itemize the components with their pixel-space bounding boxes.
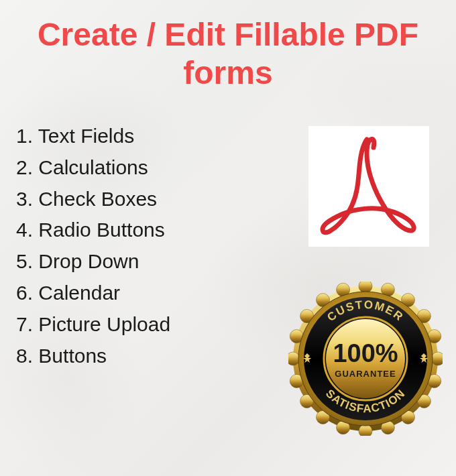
adobe-acrobat-icon: [319, 133, 419, 240]
list-item: 5. Drop Down: [16, 246, 170, 278]
page-title: Create / Edit Fillable PDF forms: [0, 16, 456, 92]
list-item: 8. Buttons: [16, 341, 170, 372]
svg-point-6: [431, 352, 443, 365]
list-item: 6. Calendar: [16, 278, 170, 309]
star-icon: ★: [302, 353, 312, 365]
guarantee-badge: CUSTOMER SATISFACTION ★ ★ 100% GUARANTEE: [288, 282, 443, 436]
list-item: 7. Picture Upload: [16, 309, 170, 341]
list-item: 3. Check Boxes: [16, 184, 170, 215]
feature-list: 1. Text Fields 2. Calculations 3. Check …: [16, 121, 170, 371]
adobe-logo-box: [308, 126, 429, 247]
title-line-1: Create / Edit Fillable PDF: [38, 17, 418, 52]
list-item: 1. Text Fields: [16, 121, 170, 152]
svg-point-1: [359, 282, 372, 293]
title-line-2: forms: [183, 55, 272, 91]
badge-sub-text: GUARANTEE: [335, 369, 396, 379]
svg-point-11: [359, 424, 372, 436]
list-item: 2. Calculations: [16, 152, 170, 184]
svg-point-16: [288, 352, 300, 365]
list-item: 4. Radio Buttons: [16, 215, 170, 246]
star-icon: ★: [419, 353, 429, 365]
badge-main-text: 100%: [333, 339, 398, 367]
